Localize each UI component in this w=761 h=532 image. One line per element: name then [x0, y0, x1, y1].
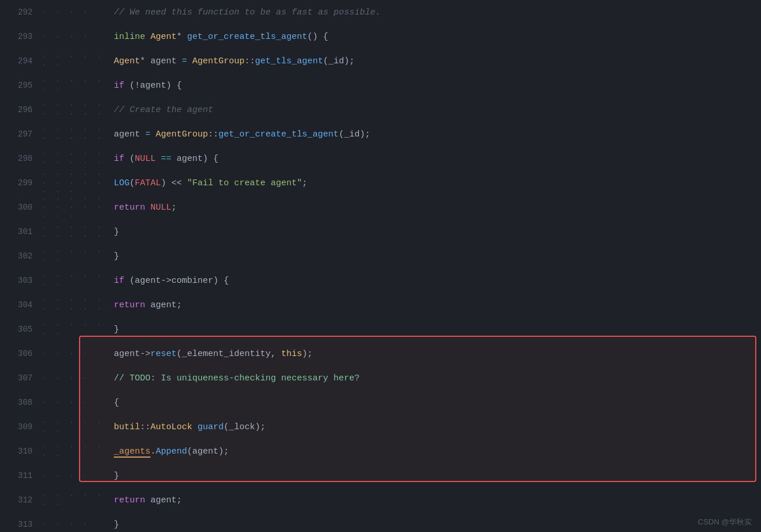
code-line-296: 296 · · · · · · · · · · // Create the ag… [0, 98, 761, 122]
line-dots-309: · · · · · · · [42, 418, 112, 436]
line-dots-292: · · · · [42, 8, 112, 17]
code-line-299: 299 · · · · · · · · · · · · · LOG(FATAL)… [0, 171, 761, 195]
line-content-306: agent->reset(_element_identity, this); [112, 349, 761, 359]
line-num-300: 300 [0, 203, 42, 212]
line-dots-293: · · · · [42, 33, 112, 41]
code-line-294: 294 · · · · · · · Agent* agent = AgentGr… [0, 49, 761, 73]
line-dots-305: · · · · · · · [42, 321, 112, 338]
code-line-297: 297 · · · · · · · · · · agent = AgentGro… [0, 122, 761, 146]
line-num-301: 301 [0, 227, 42, 236]
line-num-296: 296 [0, 105, 42, 114]
line-dots-300: · · · · · · · · · · · · · [42, 195, 112, 221]
code-line-312: 312 · · · · · · · return agent; [0, 488, 761, 512]
line-dots-302: · · · · · · · [42, 247, 112, 265]
line-dots-299: · · · · · · · · · · · · · [42, 170, 112, 196]
code-line-305: 305 · · · · · · · } [0, 317, 761, 342]
line-content-307: // TODO: Is uniqueness-checking necessar… [112, 373, 761, 383]
line-content-305: } [112, 325, 761, 335]
code-line-298: 298 · · · · · · · · · · if (NULL == agen… [0, 146, 761, 171]
code-line-308: 308 · · · · { [0, 390, 761, 415]
line-dots-303: · · · · · · · [42, 272, 112, 289]
line-num-313: 313 [0, 520, 42, 529]
watermark: CSDN @华秋实 [698, 517, 752, 527]
line-dots-310: · · · · · · · [42, 443, 112, 460]
line-num-295: 295 [0, 81, 42, 90]
line-num-310: 310 [0, 447, 42, 456]
line-content-293: inline Agent* get_or_create_tls_agent() … [112, 32, 761, 42]
line-dots-298: · · · · · · · · · · [42, 150, 112, 167]
line-content-300: return NULL; [112, 203, 761, 213]
line-dots-304: · · · · · · · · · · [42, 296, 112, 314]
line-num-303: 303 [0, 276, 42, 285]
code-line-300: 300 · · · · · · · · · · · · · return NUL… [0, 195, 761, 220]
code-line-309: 309 · · · · · · · butil::AutoLock guard(… [0, 415, 761, 439]
code-line-293: 293 · · · · inline Agent* get_or_create_… [0, 24, 761, 49]
line-content-309: butil::AutoLock guard(_lock); [112, 422, 761, 432]
line-num-302: 302 [0, 251, 42, 261]
line-content-308: { [112, 398, 761, 408]
line-dots-297: · · · · · · · · · · [42, 125, 112, 143]
code-line-304: 304 · · · · · · · · · · return agent; [0, 293, 761, 317]
line-num-297: 297 [0, 130, 42, 139]
line-num-307: 307 [0, 373, 42, 383]
line-num-308: 308 [0, 398, 42, 407]
line-content-298: if (NULL == agent) { [112, 154, 761, 164]
code-line-303: 303 · · · · · · · if (agent->combiner) { [0, 268, 761, 293]
line-dots-296: · · · · · · · · · · [42, 101, 112, 118]
line-dots-311: · · · · [42, 472, 112, 480]
code-line-295: 295 · · · · · · · if (!agent) { [0, 73, 761, 98]
code-line-302: 302 · · · · · · · } [0, 244, 761, 268]
line-content-292: // We need this function to be as fast a… [112, 8, 761, 17]
line-num-304: 304 [0, 300, 42, 310]
line-dots-308: · · · · [42, 398, 112, 407]
line-content-311: } [112, 471, 761, 481]
line-content-297: agent = AgentGroup::get_or_create_tls_ag… [112, 130, 761, 139]
line-content-302: } [112, 251, 761, 261]
line-num-309: 309 [0, 422, 42, 432]
line-content-301: } [112, 227, 761, 237]
line-content-303: if (agent->combiner) { [112, 276, 761, 286]
code-line-301: 301 · · · · · · · · · · } [0, 220, 761, 244]
code-line-313: 313 · · · · } [0, 512, 761, 532]
line-num-311: 311 [0, 471, 42, 480]
line-content-295: if (!agent) { [112, 81, 761, 91]
code-line-292: 292 · · · · // We need this function to … [0, 0, 761, 24]
line-num-298: 298 [0, 154, 42, 163]
line-dots-307: · · · · [42, 374, 112, 383]
line-content-312: return agent; [112, 495, 761, 505]
line-num-292: 292 [0, 8, 42, 17]
line-content-310: _agents.Append(agent); [112, 447, 761, 456]
code-line-307: 307 · · · · // TODO: Is uniqueness-check… [0, 366, 761, 390]
line-num-306: 306 [0, 349, 42, 358]
line-content-294: Agent* agent = AgentGroup::get_tls_agent… [112, 56, 761, 66]
code-line-311: 311 · · · · } [0, 463, 761, 488]
code-line-306: 306 · · · · agent->reset(_element_identi… [0, 342, 761, 366]
line-num-312: 312 [0, 495, 42, 505]
line-content-296: // Create the agent [112, 105, 761, 115]
line-dots-313: · · · · [42, 520, 112, 529]
code-editor: 292 · · · · // We need this function to … [0, 0, 761, 532]
line-num-294: 294 [0, 56, 42, 66]
line-dots-294: · · · · · · · [42, 52, 112, 70]
code-line-310: 310 · · · · · · · _agents.Append(agent); [0, 439, 761, 463]
line-num-305: 305 [0, 325, 42, 334]
line-dots-295: · · · · · · · [42, 77, 112, 94]
line-dots-306: · · · · [42, 350, 112, 358]
line-num-299: 299 [0, 178, 42, 188]
line-content-304: return agent; [112, 300, 761, 310]
line-dots-312: · · · · · · · [42, 491, 112, 509]
line-num-293: 293 [0, 32, 42, 41]
line-content-313: } [112, 520, 761, 530]
line-dots-301: · · · · · · · · · · [42, 223, 112, 240]
line-content-299: LOG(FATAL) << "Fail to create agent"; [112, 178, 761, 188]
